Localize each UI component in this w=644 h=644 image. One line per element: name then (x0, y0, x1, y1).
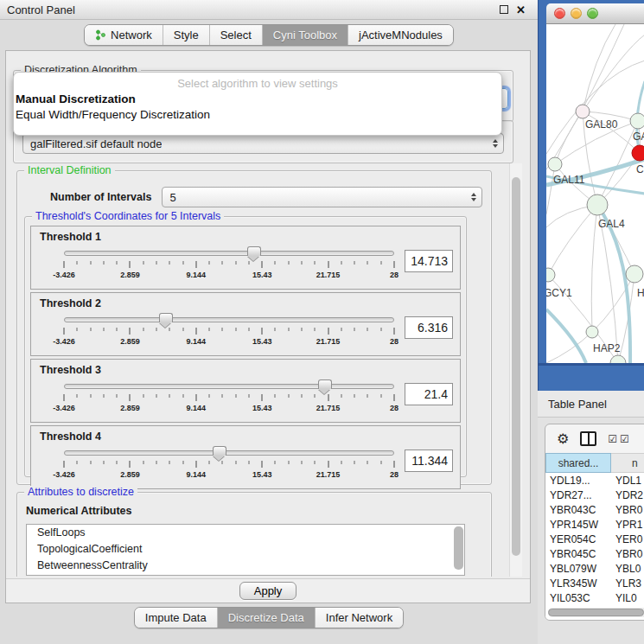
number-of-intervals-combobox[interactable]: 5 (162, 187, 482, 207)
tick-mark (380, 394, 381, 398)
cell-name: YIL0 (611, 592, 644, 604)
scale-label: 9.144 (187, 404, 207, 412)
list-scrollbar-thumb[interactable] (454, 526, 463, 570)
table-row[interactable]: YPR145WYPR1 (545, 517, 644, 532)
attribute-item-selfloops[interactable]: SelfLoops (27, 525, 464, 541)
threshold-slider[interactable]: -3.4262.8599.14415.4321.71528 (64, 446, 394, 484)
table-row[interactable]: YLR345WYLR3 (545, 576, 644, 590)
tick-mark (341, 461, 341, 464)
apply-button[interactable]: Apply (239, 582, 297, 600)
attributes-group: Attributes to discretize Numerical Attri… (16, 492, 492, 577)
threshold-slider[interactable]: -3.4262.8599.14415.4321.71528 (64, 313, 394, 351)
slider-handle[interactable] (318, 379, 332, 389)
network-node-gal80[interactable] (576, 105, 590, 118)
threshold-value-field[interactable]: 11.344 (405, 450, 453, 472)
tab-discretize-data[interactable]: Discretize Data (217, 608, 315, 628)
table-row[interactable]: YER054CYER0 (545, 532, 644, 546)
scale-label: 15.43 (252, 470, 272, 479)
tick-mark (143, 461, 143, 464)
tick-mark (103, 461, 104, 464)
cell-name: YDR2 (611, 489, 644, 501)
mac-zoom-icon[interactable] (587, 8, 598, 19)
table-row[interactable]: YDR27...YDR2 (545, 488, 644, 502)
dropdown-option-equal-width-frequency-discretization[interactable]: Equal Width/Frequency Discretization (14, 107, 501, 123)
tick-mark (235, 461, 236, 464)
tab-cyni-toolbox[interactable]: Cyni Toolbox (262, 25, 348, 45)
dropdown-option-manual-discretization[interactable]: Manual Discretization (14, 92, 501, 107)
table-hscrollbar-thumb[interactable] (548, 609, 644, 616)
threshold-value-field[interactable]: 14.713 (405, 250, 453, 272)
slider-track[interactable] (64, 317, 394, 322)
tick-mark (302, 261, 303, 265)
tab-label: Impute Data (145, 611, 207, 624)
tick-mark (182, 261, 183, 265)
panel-scrollbar-thumb[interactable] (512, 177, 520, 556)
tick-mark (367, 461, 368, 464)
threshold-slider[interactable]: -3.4262.8599.14415.4321.71528 (64, 246, 394, 284)
algorithm-dropdown-popup: Select algorithm to view settings Manual… (13, 72, 502, 136)
scale-label: -3.426 (53, 271, 75, 279)
network-window-titlebar[interactable] (546, 3, 644, 24)
network-node-h[interactable] (626, 265, 643, 283)
table-toolbar: ⚙ ☑ ☑ (545, 424, 644, 453)
tick-mark (302, 328, 303, 331)
network-node-gal11[interactable] (548, 157, 562, 171)
slider-track[interactable] (64, 251, 394, 256)
interval-definition-label: Interval Definition (24, 164, 115, 176)
threshold-label: Threshold 1 (40, 231, 453, 243)
table-row[interactable]: YBL079WYBL0 (545, 561, 644, 576)
select-all-checkbox-icon[interactable]: ☑ (608, 434, 617, 444)
tick-mark (394, 328, 395, 335)
table-row[interactable]: YIL053CYIL0 (545, 590, 644, 605)
tick-mark (90, 261, 91, 265)
mac-close-icon[interactable] (554, 8, 565, 19)
float-window-icon[interactable] (500, 5, 508, 14)
tab-style[interactable]: Style (163, 25, 209, 45)
network-node-gcy1[interactable] (546, 268, 555, 282)
tick-mark (288, 328, 289, 331)
gear-icon[interactable]: ⚙ (557, 432, 569, 446)
cell-shared-name: YER054C (545, 533, 611, 545)
slider-handle[interactable] (213, 446, 226, 456)
threshold-value-field[interactable]: 21.4 (405, 383, 453, 405)
column-header-shared[interactable]: shared... (545, 453, 611, 473)
slider-track[interactable] (64, 384, 394, 389)
settings-scroll-area: Interval Definition Number of Intervals … (13, 163, 507, 577)
threshold-value-field[interactable]: 6.316 (405, 316, 453, 339)
tab-impute-data[interactable]: Impute Data (135, 608, 217, 628)
network-node-hap2[interactable] (586, 326, 598, 338)
network-node-c[interactable] (632, 145, 644, 161)
panel-title: Control Panel (7, 3, 75, 16)
panel-scrollbar[interactable] (509, 163, 522, 577)
threshold-slider[interactable]: -3.4262.8599.14415.4321.71528 (64, 379, 394, 418)
table-data-combobox[interactable]: galFiltered.sif default node (22, 133, 504, 154)
column-header-n[interactable]: n (611, 453, 644, 473)
node-table-card: ⚙ ☑ ☑ shared...n YDL19...YDL1YDR27...YDR… (545, 424, 644, 621)
attribute-item-topologicalcoefficient[interactable]: TopologicalCoefficient (27, 541, 464, 558)
numerical-attributes-list[interactable]: SelfLoopsTopologicalCoefficientBetweenne… (26, 524, 465, 576)
tab-infer-network[interactable]: Infer Network (315, 608, 403, 628)
network-node[interactable] (610, 355, 626, 363)
tick-mark (275, 394, 276, 398)
tab-jactivemnodules[interactable]: jActiveMNodules (348, 25, 453, 45)
select-column-checkbox-icon[interactable]: ☑ (620, 434, 629, 444)
tick-mark (156, 394, 156, 398)
network-node-gal4[interactable] (587, 194, 608, 215)
columns-icon[interactable] (580, 431, 596, 446)
table-row[interactable]: YBR045CYBR0 (545, 546, 644, 561)
scale-label: 15.43 (252, 271, 272, 279)
slider-handle[interactable] (247, 246, 261, 256)
tab-network[interactable]: Network (85, 25, 163, 45)
slider-handle[interactable] (159, 313, 173, 322)
network-node-ga[interactable] (630, 113, 644, 129)
close-icon[interactable]: ✕ (516, 4, 526, 16)
table-hscrollbar[interactable] (548, 608, 644, 617)
tick-mark (354, 394, 355, 398)
slider-track[interactable] (64, 450, 394, 456)
mac-minimize-icon[interactable] (571, 8, 582, 19)
network-canvas[interactable]: GAL80GACGAL11GAL4GCY1HHAP2 (546, 24, 644, 363)
attribute-item-betweennesscentrality[interactable]: BetweennessCentrality (27, 558, 464, 574)
table-row[interactable]: YBR043CYBR0 (545, 502, 644, 517)
table-row[interactable]: YDL19...YDL1 (545, 473, 644, 488)
tab-select[interactable]: Select (209, 25, 262, 45)
